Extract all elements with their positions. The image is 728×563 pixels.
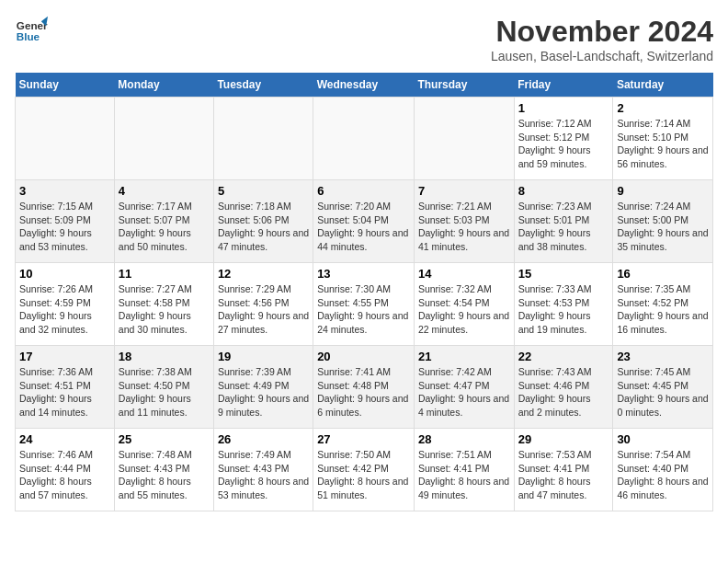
header-monday: Monday: [114, 73, 213, 98]
day-number: 4: [119, 184, 210, 198]
day-number: 18: [119, 350, 210, 363]
table-row: 5Sunrise: 7:18 AM Sunset: 5:06 PM Daylig…: [213, 180, 313, 263]
table-row: [313, 98, 415, 180]
table-row: 12Sunrise: 7:29 AM Sunset: 4:56 PM Dayli…: [213, 263, 313, 346]
day-number: 27: [317, 432, 410, 446]
header-saturday: Saturday: [613, 73, 713, 98]
day-number: 10: [19, 267, 110, 281]
table-row: 16Sunrise: 7:35 AM Sunset: 4:52 PM Dayli…: [613, 263, 713, 346]
table-row: 23Sunrise: 7:45 AM Sunset: 4:45 PM Dayli…: [613, 346, 713, 429]
table-row: 18Sunrise: 7:38 AM Sunset: 4:50 PM Dayli…: [114, 346, 213, 429]
day-info: Sunrise: 7:39 AM Sunset: 4:49 PM Dayligh…: [218, 365, 309, 419]
calendar-body: 1Sunrise: 7:12 AM Sunset: 5:12 PM Daylig…: [16, 98, 713, 511]
table-row: [114, 98, 213, 180]
day-info: Sunrise: 7:53 AM Sunset: 4:41 PM Dayligh…: [518, 448, 609, 502]
day-info: Sunrise: 7:18 AM Sunset: 5:06 PM Dayligh…: [218, 200, 309, 254]
day-info: Sunrise: 7:24 AM Sunset: 5:00 PM Dayligh…: [617, 200, 709, 254]
day-number: 19: [218, 350, 309, 363]
month-title: November 2024: [491, 15, 713, 49]
day-info: Sunrise: 7:35 AM Sunset: 4:52 PM Dayligh…: [617, 282, 709, 337]
day-info: Sunrise: 7:42 AM Sunset: 4:47 PM Dayligh…: [418, 365, 510, 419]
day-number: 21: [418, 350, 510, 363]
day-number: 1: [518, 101, 609, 115]
day-info: Sunrise: 7:20 AM Sunset: 5:04 PM Dayligh…: [317, 200, 410, 254]
svg-text:Blue: Blue: [17, 30, 40, 42]
day-number: 17: [19, 350, 110, 363]
table-row: 20Sunrise: 7:41 AM Sunset: 4:48 PM Dayli…: [313, 346, 415, 429]
day-info: Sunrise: 7:54 AM Sunset: 4:40 PM Dayligh…: [617, 448, 709, 502]
day-info: Sunrise: 7:38 AM Sunset: 4:50 PM Dayligh…: [119, 365, 210, 419]
table-row: 17Sunrise: 7:36 AM Sunset: 4:51 PM Dayli…: [16, 346, 115, 429]
logo-icon: General Blue: [15, 15, 48, 48]
header-tuesday: Tuesday: [213, 73, 313, 98]
day-info: Sunrise: 7:33 AM Sunset: 4:53 PM Dayligh…: [518, 282, 609, 337]
table-row: 26Sunrise: 7:49 AM Sunset: 4:43 PM Dayli…: [213, 429, 313, 511]
table-row: 29Sunrise: 7:53 AM Sunset: 4:41 PM Dayli…: [514, 429, 613, 511]
table-row: 1Sunrise: 7:12 AM Sunset: 5:12 PM Daylig…: [514, 98, 613, 180]
header-friday: Friday: [514, 73, 613, 98]
table-row: 24Sunrise: 7:46 AM Sunset: 4:44 PM Dayli…: [16, 429, 115, 511]
day-number: 9: [617, 184, 709, 198]
day-info: Sunrise: 7:30 AM Sunset: 4:55 PM Dayligh…: [317, 282, 410, 337]
day-info: Sunrise: 7:51 AM Sunset: 4:41 PM Dayligh…: [418, 448, 510, 502]
day-number: 12: [218, 267, 309, 281]
day-info: Sunrise: 7:50 AM Sunset: 4:42 PM Dayligh…: [317, 448, 410, 502]
day-info: Sunrise: 7:43 AM Sunset: 4:46 PM Dayligh…: [518, 365, 609, 419]
day-info: Sunrise: 7:49 AM Sunset: 4:43 PM Dayligh…: [218, 448, 309, 502]
day-number: 24: [19, 432, 110, 446]
day-number: 14: [418, 267, 510, 281]
table-row: [414, 98, 514, 180]
day-number: 7: [418, 184, 510, 198]
header-thursday: Thursday: [414, 73, 514, 98]
day-info: Sunrise: 7:14 AM Sunset: 5:10 PM Dayligh…: [617, 117, 709, 171]
table-row: 28Sunrise: 7:51 AM Sunset: 4:41 PM Dayli…: [414, 429, 514, 511]
day-info: Sunrise: 7:36 AM Sunset: 4:51 PM Dayligh…: [19, 365, 110, 419]
calendar-table: Sunday Monday Tuesday Wednesday Thursday…: [15, 73, 713, 511]
day-info: Sunrise: 7:46 AM Sunset: 4:44 PM Dayligh…: [19, 448, 110, 502]
title-area: November 2024 Lausen, Basel-Landschaft, …: [491, 15, 713, 63]
table-row: [16, 98, 115, 180]
table-row: [213, 98, 313, 180]
day-number: 6: [317, 184, 410, 198]
day-info: Sunrise: 7:32 AM Sunset: 4:54 PM Dayligh…: [418, 282, 510, 337]
table-row: 19Sunrise: 7:39 AM Sunset: 4:49 PM Dayli…: [213, 346, 313, 429]
header-sunday: Sunday: [16, 73, 115, 98]
day-info: Sunrise: 7:29 AM Sunset: 4:56 PM Dayligh…: [218, 282, 309, 337]
calendar-header: Sunday Monday Tuesday Wednesday Thursday…: [16, 73, 713, 98]
table-row: 2Sunrise: 7:14 AM Sunset: 5:10 PM Daylig…: [613, 98, 713, 180]
day-number: 2: [617, 101, 709, 115]
table-row: 8Sunrise: 7:23 AM Sunset: 5:01 PM Daylig…: [514, 180, 613, 263]
day-info: Sunrise: 7:15 AM Sunset: 5:09 PM Dayligh…: [19, 200, 110, 254]
day-info: Sunrise: 7:48 AM Sunset: 4:43 PM Dayligh…: [119, 448, 210, 502]
table-row: 4Sunrise: 7:17 AM Sunset: 5:07 PM Daylig…: [114, 180, 213, 263]
day-info: Sunrise: 7:41 AM Sunset: 4:48 PM Dayligh…: [317, 365, 410, 419]
day-info: Sunrise: 7:27 AM Sunset: 4:58 PM Dayligh…: [119, 282, 210, 337]
day-number: 28: [418, 432, 510, 446]
table-row: 27Sunrise: 7:50 AM Sunset: 4:42 PM Dayli…: [313, 429, 415, 511]
day-number: 29: [518, 432, 609, 446]
day-info: Sunrise: 7:45 AM Sunset: 4:45 PM Dayligh…: [617, 365, 709, 419]
table-row: 25Sunrise: 7:48 AM Sunset: 4:43 PM Dayli…: [114, 429, 213, 511]
table-row: 30Sunrise: 7:54 AM Sunset: 4:40 PM Dayli…: [613, 429, 713, 511]
day-number: 16: [617, 267, 709, 281]
day-number: 15: [518, 267, 609, 281]
day-number: 11: [119, 267, 210, 281]
table-row: 22Sunrise: 7:43 AM Sunset: 4:46 PM Dayli…: [514, 346, 613, 429]
day-number: 5: [218, 184, 309, 198]
header: General Blue November 2024 Lausen, Basel…: [15, 15, 713, 63]
table-row: 6Sunrise: 7:20 AM Sunset: 5:04 PM Daylig…: [313, 180, 415, 263]
day-number: 3: [19, 184, 110, 198]
day-number: 22: [518, 350, 609, 363]
table-row: 13Sunrise: 7:30 AM Sunset: 4:55 PM Dayli…: [313, 263, 415, 346]
logo: General Blue: [15, 15, 48, 48]
day-number: 26: [218, 432, 309, 446]
table-row: 9Sunrise: 7:24 AM Sunset: 5:00 PM Daylig…: [613, 180, 713, 263]
day-info: Sunrise: 7:26 AM Sunset: 4:59 PM Dayligh…: [19, 282, 110, 337]
day-number: 20: [317, 350, 410, 363]
table-row: 11Sunrise: 7:27 AM Sunset: 4:58 PM Dayli…: [114, 263, 213, 346]
day-number: 23: [617, 350, 709, 363]
day-number: 30: [617, 432, 709, 446]
table-row: 15Sunrise: 7:33 AM Sunset: 4:53 PM Dayli…: [514, 263, 613, 346]
day-info: Sunrise: 7:12 AM Sunset: 5:12 PM Dayligh…: [518, 117, 609, 171]
day-info: Sunrise: 7:17 AM Sunset: 5:07 PM Dayligh…: [119, 200, 210, 254]
